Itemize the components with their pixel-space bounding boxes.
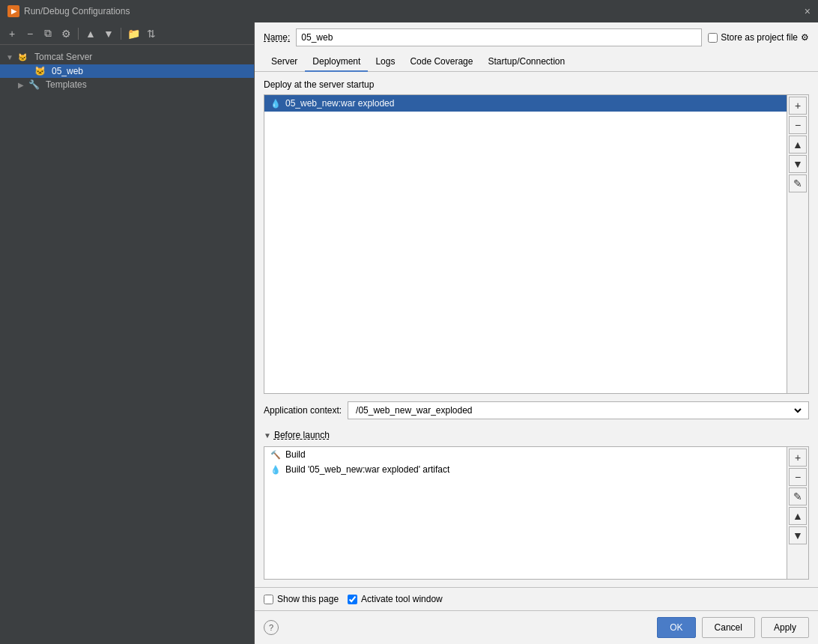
before-launch-artifact-item[interactable]: 💧 Build '05_web_new:war exploded' artifa… — [264, 462, 787, 477]
deploy-item[interactable]: 💧 05_web_new:war exploded — [264, 95, 787, 112]
store-checkbox-row: Store as project file ⚙ — [708, 32, 809, 43]
tab-startup-connection[interactable]: Startup/Connection — [480, 52, 572, 72]
before-launch-list: 🔨 Build 💧 Build '05_web_new:war exploded… — [264, 446, 787, 580]
before-launch-list-controls: + − ✎ ▲ ▼ — [787, 446, 809, 580]
before-launch-artifact-label: Build '05_web_new:war exploded' artifact — [285, 464, 449, 475]
ok-button[interactable]: OK — [657, 617, 695, 638]
tomcat-server-item[interactable]: ▼ 🐱 Tomcat Server — [0, 49, 254, 64]
dialog-footer: ? OK Cancel Apply — [255, 610, 818, 644]
store-label: Store as project file — [721, 32, 798, 43]
web-config-label: 05_web — [52, 66, 83, 76]
before-launch-build-item[interactable]: 🔨 Build — [264, 447, 787, 462]
tabs: Server Deployment Logs Code Coverage Sta… — [255, 52, 818, 72]
sort-button[interactable]: ⇅ — [144, 26, 159, 41]
activate-window-text: Activate tool window — [361, 594, 443, 604]
tab-server[interactable]: Server — [264, 52, 305, 72]
before-launch-add-button[interactable]: + — [789, 449, 807, 467]
move-down-button[interactable]: ▼ — [101, 26, 116, 41]
help-button[interactable]: ? — [264, 620, 279, 635]
app-icon: ▶ — [7, 5, 19, 17]
templates-item[interactable]: ▶ 🔧 Templates — [0, 78, 254, 91]
tab-code-coverage[interactable]: Code Coverage — [402, 52, 480, 72]
before-launch-remove-button[interactable]: − — [789, 468, 807, 486]
add-config-button[interactable]: + — [4, 26, 19, 41]
folder-button[interactable]: 📁 — [126, 26, 141, 41]
show-page-text: Show this page — [277, 594, 339, 604]
app-context-label: Application context: — [264, 405, 342, 416]
tomcat-server-label: Tomcat Server — [34, 52, 92, 62]
bottom-options: Show this page Activate tool window — [255, 587, 818, 610]
sidebar-toolbar: + − ⧉ ⚙ ▲ ▼ 📁 ⇅ — [0, 22, 254, 45]
close-button[interactable]: × — [805, 5, 811, 17]
title-bar: ▶ Run/Debug Configurations × — [0, 0, 818, 22]
activate-window-label[interactable]: Activate tool window — [348, 594, 443, 604]
store-checkbox[interactable] — [708, 33, 718, 43]
copy-config-button[interactable]: ⧉ — [40, 26, 55, 41]
store-gear-icon[interactable]: ⚙ — [801, 32, 809, 43]
deploy-edit-button[interactable]: ✎ — [789, 174, 807, 192]
show-page-label[interactable]: Show this page — [264, 594, 339, 604]
activate-window-checkbox[interactable] — [348, 595, 357, 604]
deploy-item-label: 05_web_new:war exploded — [285, 98, 394, 109]
before-launch-title[interactable]: Before launch — [274, 430, 330, 440]
name-input[interactable] — [296, 28, 702, 46]
deploy-add-button[interactable]: + — [789, 97, 807, 115]
tab-deployment[interactable]: Deployment — [305, 52, 368, 72]
name-label: Name: — [264, 32, 290, 43]
before-launch-section: ▼ Before launch 🔨 Build 💧 Build '05_web_… — [264, 427, 809, 580]
deploy-remove-button[interactable]: − — [789, 116, 807, 134]
app-context-select[interactable]: /05_web_new_war_exploded — [348, 401, 809, 419]
remove-config-button[interactable]: − — [22, 26, 37, 41]
name-row: Name: Store as project file ⚙ — [255, 22, 818, 52]
move-up-button[interactable]: ▲ — [83, 26, 98, 41]
deploy-down-button[interactable]: ▼ — [789, 155, 807, 173]
before-launch-header: ▼ Before launch — [264, 427, 809, 443]
before-launch-up-button[interactable]: ▲ — [789, 507, 807, 525]
toolbar-separator — [78, 28, 79, 40]
deploy-list-controls: + − ▲ ▼ ✎ — [787, 94, 809, 394]
before-launch-arrow[interactable]: ▼ — [264, 431, 271, 440]
config-tree: ▼ 🐱 Tomcat Server 🐱 05_web ▶ 🔧 Templates — [0, 45, 254, 644]
content-area: Deploy at the server startup 💧 05_web_ne… — [255, 72, 818, 587]
sidebar: + − ⧉ ⚙ ▲ ▼ 📁 ⇅ ▼ 🐱 Tomcat Server — [0, 22, 255, 644]
apply-button[interactable]: Apply — [761, 617, 809, 638]
tomcat-group: ▼ 🐱 Tomcat Server 🐱 05_web ▶ 🔧 Templates — [0, 48, 254, 93]
web-config-item[interactable]: 🐱 05_web — [0, 64, 254, 78]
deploy-section-label: Deploy at the server startup — [264, 79, 809, 90]
deploy-up-button[interactable]: ▲ — [789, 136, 807, 154]
toolbar-separator-2 — [121, 28, 121, 40]
before-launch-build-label: Build — [285, 449, 306, 460]
cancel-button[interactable]: Cancel — [702, 617, 755, 638]
templates-arrow: ▶ — [18, 81, 25, 89]
tab-logs[interactable]: Logs — [368, 52, 402, 72]
show-page-checkbox[interactable] — [264, 595, 273, 604]
title-bar-text: Run/Debug Configurations — [24, 6, 130, 16]
before-launch-list-container: 🔨 Build 💧 Build '05_web_new:war exploded… — [264, 446, 809, 580]
templates-label: Templates — [46, 79, 87, 90]
before-launch-down-button[interactable]: ▼ — [789, 526, 807, 544]
before-launch-edit-button[interactable]: ✎ — [789, 487, 807, 505]
artifact2-icon: 💧 — [270, 465, 281, 475]
settings-config-button[interactable]: ⚙ — [58, 26, 73, 41]
app-context-dropdown[interactable]: /05_web_new_war_exploded — [353, 404, 804, 416]
templates-icon: 🔧 — [28, 79, 40, 90]
footer-right: OK Cancel Apply — [657, 617, 809, 638]
deploy-list-container: 💧 05_web_new:war exploded + − ▲ ▼ ✎ — [264, 94, 809, 394]
app-context-row: Application context: /05_web_new_war_exp… — [264, 401, 809, 419]
deploy-list: 💧 05_web_new:war exploded — [264, 94, 787, 394]
footer-left: ? — [264, 620, 279, 635]
web-config-icon: 🐱 — [34, 66, 46, 76]
expand-arrow: ▼ — [6, 53, 13, 61]
right-panel: Name: Store as project file ⚙ Server Dep… — [255, 22, 818, 644]
tomcat-icon: 🐱 — [16, 51, 28, 63]
build-icon: 🔨 — [270, 450, 281, 460]
artifact-icon: 💧 — [270, 99, 281, 109]
